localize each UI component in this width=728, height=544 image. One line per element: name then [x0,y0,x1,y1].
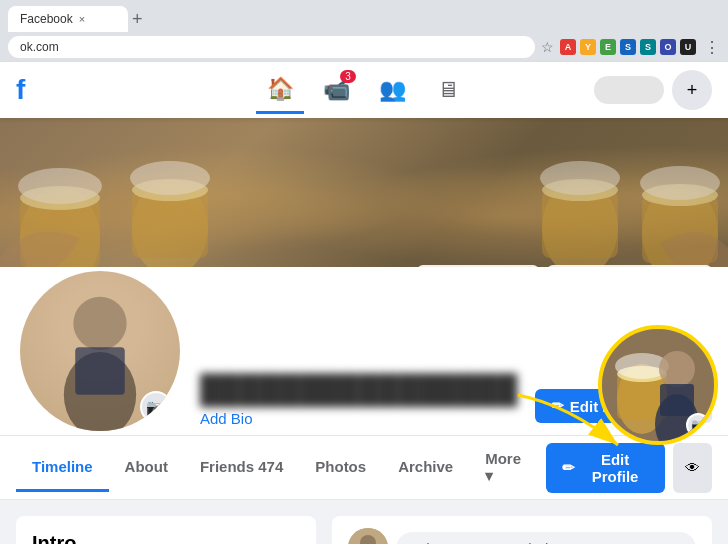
facebook-navbar: f 🏠 📹 3 👥 🖥 + [0,62,728,118]
avatar-camera-icon: 📷 [146,398,166,417]
svg-rect-26 [660,384,694,416]
tab-close-btn[interactable]: × [79,13,85,25]
browser-chrome: Facebook × + ok.com ☆ A Y E S S O U ⋮ [0,0,728,62]
post-input[interactable]: What's on your mind? [396,532,696,545]
profile-avatar: 📷 [16,267,184,435]
ext-icon-3[interactable]: E [600,39,616,55]
cover-profile-wrapper: ≡ Activity Log 📷 Edit Cover Photo [0,118,728,435]
avatar-camera-button[interactable]: 📷 [140,391,172,423]
ext-icon-5[interactable]: S [640,39,656,55]
address-bar[interactable]: ok.com [8,36,535,58]
tab-more[interactable]: More ▾ [469,436,546,499]
profile-name-area: ████████████████ Add Bio [184,374,535,435]
view-as-nav-button[interactable]: 👁 [673,443,712,493]
nav-center: 🏠 📹 3 👥 🖥 [256,66,472,114]
ext-icon-7[interactable]: U [680,39,696,55]
post-box-top: What's on your mind? [348,528,696,544]
tab-bar: Facebook × + [0,0,728,32]
intro-card: Intro 💼 Freelance Writer/Editor 🖊 Edit D… [16,516,316,544]
svg-point-24 [659,351,695,387]
edit-profile-icon: ✏ [551,397,564,415]
bookmark-icon[interactable]: ☆ [541,39,554,55]
edit-profile-nav-button[interactable]: ✏ Edit Profile [546,443,665,493]
tab-title: Facebook [20,12,73,26]
post-box-avatar [348,528,388,544]
browser-menu-icon[interactable]: ⋮ [704,38,720,57]
svg-point-7 [130,161,210,195]
highlight-circle: 📷 [598,325,718,445]
extension-icons: A Y E S S O U [560,39,696,55]
svg-point-3 [18,168,102,204]
ext-icon-1[interactable]: A [560,39,576,55]
nav-right: + [594,70,712,110]
profile-name: ████████████████ [200,374,519,406]
intro-title: Intro [32,532,300,544]
nav-video-btn[interactable]: 📹 3 [312,66,360,114]
tab-photos[interactable]: Photos [299,444,382,492]
active-tab[interactable]: Facebook × [8,6,128,32]
nav-gaming-btn[interactable]: 🖥 [424,66,472,114]
new-tab-button[interactable]: + [132,9,143,30]
right-column: What's on your mind? 🖼 Photo/Video 😊 Tag… [332,516,712,544]
add-bio-link[interactable]: Add Bio [200,410,519,427]
ext-icon-2[interactable]: Y [580,39,596,55]
video-badge: 3 [340,70,356,83]
main-content: Intro 💼 Freelance Writer/Editor 🖊 Edit D… [0,500,728,544]
post-avatar-image [348,528,388,544]
profile-nav-right: ✏ Edit Profile 👁 [546,443,712,493]
nav-profile-area[interactable] [594,76,664,104]
profile-navigation: Timeline About Friends 474 Photos Archiv… [0,435,728,500]
ext-icon-4[interactable]: S [620,39,636,55]
tab-archive[interactable]: Archive [382,444,469,492]
svg-rect-18 [75,347,125,395]
nav-groups-btn[interactable]: 👥 [368,66,416,114]
nav-plus-btn[interactable]: + [672,70,712,110]
post-box: What's on your mind? 🖼 Photo/Video 😊 Tag… [332,516,712,544]
tab-friends[interactable]: Friends 474 [184,444,299,492]
tab-about[interactable]: About [109,444,184,492]
svg-point-15 [640,166,720,200]
edit-icon-nav: ✏ [562,459,575,477]
svg-point-11 [540,161,620,195]
ext-icon-6[interactable]: O [660,39,676,55]
left-column: Intro 💼 Freelance Writer/Editor 🖊 Edit D… [16,516,316,544]
fb-logo: f [16,74,25,106]
highlight-circle-camera: 📷 [686,413,710,437]
address-bar-row: ok.com ☆ A Y E S S O U ⋮ [0,32,728,62]
tab-timeline[interactable]: Timeline [16,444,109,492]
nav-home-btn[interactable]: 🏠 [256,66,304,114]
svg-point-16 [73,297,126,350]
